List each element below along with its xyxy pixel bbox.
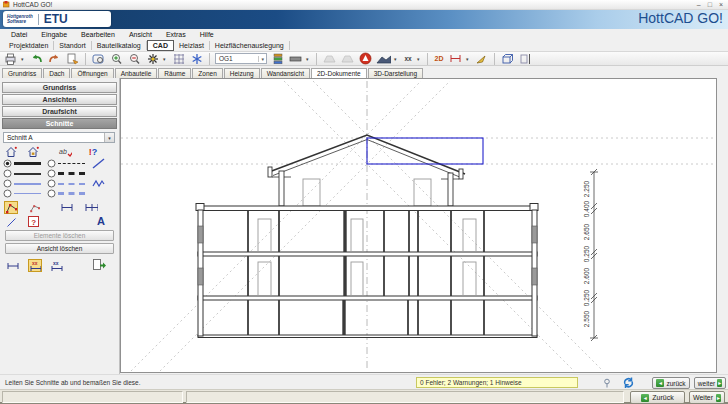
close-button[interactable]: × [719,1,723,9]
print-dropdown-caret[interactable]: ▾ [21,56,26,62]
polyline-tool-button-selected[interactable] [4,201,18,214]
line-sample-solid-thick[interactable] [14,162,41,165]
subtab-zonen[interactable]: Zonen [192,68,222,78]
zigzag-line-icon[interactable] [92,178,105,189]
diagonal-line-icon[interactable] [92,158,105,169]
dim-style-1-button[interactable] [6,259,20,272]
line-sample-solid-med[interactable] [14,173,41,175]
sidebar-item-grundriss[interactable]: Grundriss [2,82,117,93]
menu-extras[interactable]: Extras [159,31,193,38]
radio-icon[interactable] [47,179,56,188]
help-check-button[interactable]: !? [86,145,100,158]
section-house-lock-button[interactable] [26,145,40,158]
validation-message[interactable]: 0 Fehler; 2 Warnungen; 1 Hinweise [416,377,578,388]
tab-bauteilkatalog[interactable]: Bauteilkatalog [92,41,147,50]
tab-heizflaechenauslegung[interactable]: Heizflächenauslegung [210,41,290,50]
tab-projektdaten[interactable]: Projektdaten [4,41,54,50]
grid-button[interactable] [171,52,186,65]
radio-icon[interactable] [47,159,56,168]
single-line-tool-button[interactable] [4,216,18,229]
radio-icon[interactable] [47,189,56,198]
radio-icon[interactable] [3,189,12,198]
section-3d-button[interactable] [518,52,533,65]
dim-style-2-button-selected[interactable]: xx [28,259,42,272]
tab-cad[interactable]: CAD [147,40,174,51]
copy-view-button[interactable] [65,52,80,65]
mode-2d-button[interactable]: 2D [433,52,445,65]
terrain-button[interactable] [376,52,391,65]
zoom-out-button[interactable] [127,52,142,65]
floor-select[interactable]: OG1 ▾ [215,53,267,64]
dim-xx-caret[interactable]: ▾ [417,56,422,62]
line-sample-blue-solid[interactable] [14,183,41,185]
sidebar-item-ansichten[interactable]: Ansichten [2,94,117,105]
chevron-down-icon[interactable]: ▾ [104,133,114,142]
subtab-anbauteile[interactable]: Anbauteile [115,68,158,78]
dimension-chain-button[interactable] [84,201,98,214]
subtab-3d-darstellung[interactable]: 3D-Darstellung [368,68,423,78]
line-sample-dashed-thick[interactable] [58,172,85,175]
tab-heizlast[interactable]: Heizlast [174,41,210,50]
menu-eingabe[interactable]: Eingabe [34,31,74,38]
zoom-window-button[interactable] [91,52,106,65]
menu-hilfe[interactable]: Hilfe [193,31,221,38]
line-sample-dashed-thin[interactable] [58,163,85,164]
display-options-button[interactable] [145,52,160,65]
undo-button[interactable] [29,52,44,65]
sidebar-item-draufsicht[interactable]: Draufsicht [2,106,117,117]
dimension-tool-caret[interactable]: ▾ [466,56,471,62]
display-options-caret[interactable]: ▾ [163,56,168,62]
delete-view-button[interactable]: Ansicht löschen [5,243,114,254]
terrain-caret[interactable]: ▾ [394,56,399,62]
minimize-button[interactable]: – [697,1,701,9]
line-sample-blue-dashed[interactable] [58,183,85,185]
zoom-in-button[interactable] [109,52,124,65]
pointer-tool-button[interactable] [474,52,489,65]
section-house-button[interactable] [4,145,18,158]
dim-xx-button[interactable]: xx [402,52,414,65]
subtab-oeffnungen[interactable]: Öffnungen [71,68,113,78]
subtab-wandansicht[interactable]: Wandansicht [261,68,310,78]
radio-icon[interactable] [3,179,12,188]
subtab-grundriss[interactable]: Grundriss [2,68,42,78]
redo-button[interactable] [47,52,62,65]
view-3d-button[interactable] [500,52,515,65]
subtab-dach[interactable]: Dach [43,68,70,78]
menu-ansicht[interactable]: Ansicht [122,31,159,38]
tab-standort[interactable]: Standort [54,41,91,50]
wizard-back-button[interactable]: ◄ Zurück [630,391,685,404]
menu-bearbeiten[interactable]: Bearbeiten [74,31,122,38]
line-sample-blue-thin[interactable] [14,193,41,194]
next-button[interactable]: weiter ► [694,377,726,389]
wizard-next-button[interactable]: Weiter ► [689,391,725,404]
chevron-down-icon[interactable]: ▾ [258,56,266,62]
drawing-canvas[interactable]: 2.250 0.400 2.650 0.250 2.600 0.250 2.55… [120,78,717,373]
dimension-horizontal-button[interactable] [60,201,74,214]
sidebar-item-schnitte[interactable]: Schnitte [2,118,117,129]
rename-button[interactable]: ab [58,145,72,158]
subtab-heizung[interactable]: Heizung [224,68,260,78]
subtab-raeume[interactable]: Räume [158,68,191,78]
polyline-small-tool-button[interactable] [28,201,42,214]
snap-button[interactable] [189,52,204,65]
section-select[interactable]: Schnitt A ▾ [3,132,115,143]
warning-check-button[interactable] [358,52,373,65]
page-question-button[interactable]: ? [26,215,40,228]
wall-style-button[interactable] [288,52,303,65]
line-sample-blue-dashed-thick[interactable] [58,192,85,195]
wall-style-caret[interactable]: ▾ [306,56,311,62]
print-button[interactable] [3,52,18,65]
maximize-button[interactable]: □ [708,1,712,9]
menu-datei[interactable]: Datei [4,31,34,38]
radio-icon[interactable] [47,169,56,178]
radio-icon[interactable] [3,169,12,178]
radio-selected-icon[interactable] [3,159,12,168]
warning-circle-icon [359,52,372,65]
export-view-button[interactable] [92,258,106,271]
svg-text:2.250: 2.250 [583,180,590,197]
back-button[interactable]: ◄ zurück [652,377,690,389]
dimension-tool-button[interactable] [448,52,463,65]
text-tool-button[interactable]: A [94,214,108,227]
layers-button[interactable] [270,52,285,65]
dim-style-3-button[interactable]: xx [50,259,64,272]
